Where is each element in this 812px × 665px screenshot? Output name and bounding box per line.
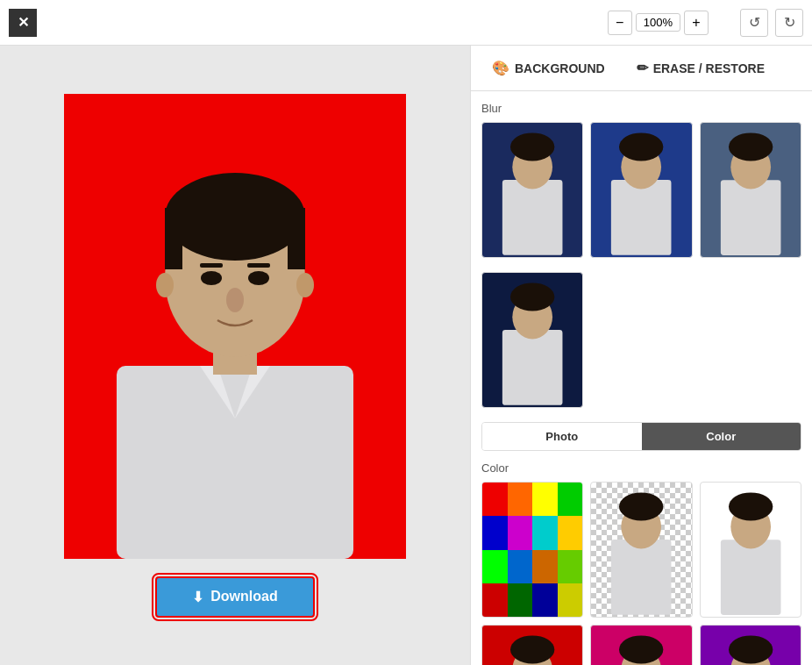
svg-point-23 [729,132,773,161]
svg-point-13 [156,273,174,297]
white-bg-thumb[interactable] [700,482,801,618]
purple-bg-thumb[interactable] [700,625,801,665]
zoom-out-button[interactable]: − [608,11,632,35]
person-svg [64,94,406,559]
blur-thumb-3[interactable] [700,122,801,258]
top-bar: ✕ − 100% + ↺ ↻ [0,0,812,46]
main-content: ⬇ Download 🎨 BACKGROUND ✏ ERASE / RESTOR… [0,46,812,665]
redo-button[interactable]: ↻ [775,9,803,37]
svg-rect-7 [288,208,305,269]
svg-rect-18 [611,180,672,255]
undo-button[interactable]: ↺ [740,9,768,37]
svg-rect-10 [200,263,223,268]
svg-point-12 [226,288,244,312]
zoom-in-button[interactable]: + [684,11,709,35]
zoom-controls: − 100% + [608,11,709,35]
undo-icon: ↺ [749,14,760,31]
svg-point-35 [510,636,554,664]
image-panel: ⬇ Download [0,46,470,665]
svg-rect-21 [721,180,781,255]
close-button[interactable]: ✕ [9,9,37,37]
svg-point-29 [619,493,663,521]
background-icon: 🎨 [492,60,509,76]
photo-color-tabs: Photo Color [481,422,801,451]
svg-point-17 [510,132,554,161]
svg-rect-11 [247,263,270,268]
redo-icon: ↻ [784,14,795,31]
right-header: 🎨 BACKGROUND ✏ ERASE / RESTORE [471,46,812,91]
color-tab-button[interactable]: Color [642,423,801,450]
red-bg-thumb[interactable] [481,625,583,665]
blur-thumb-1[interactable] [481,122,583,258]
svg-rect-6 [165,208,182,269]
download-label: Download [210,589,277,604]
blur-thumbnail-grid [481,122,801,258]
download-button[interactable]: ⬇ Download [155,576,314,618]
svg-point-26 [510,283,554,311]
blur-single-row [481,272,801,408]
erase-icon: ✏ [637,60,648,76]
svg-point-20 [619,132,663,161]
close-icon: ✕ [18,14,29,31]
pink-bg-thumb[interactable] [590,625,692,665]
image-container [64,94,406,559]
color-thumbnail-grid [481,482,801,665]
download-icon: ⬇ [192,589,203,605]
photo-tab-button[interactable]: Photo [482,423,642,450]
svg-point-32 [729,493,773,521]
svg-rect-15 [502,180,563,255]
download-btn-wrapper: ⬇ Download [155,576,314,618]
subject-image [64,94,406,559]
svg-rect-0 [117,366,353,559]
svg-point-9 [248,271,269,285]
svg-point-41 [729,636,773,664]
zoom-in-icon: + [692,15,700,31]
svg-point-38 [619,636,663,664]
tab-erase-restore-label: ERASE / RESTORE [653,61,765,75]
color-section-label: Color [481,461,801,475]
tab-background[interactable]: 🎨 BACKGROUND [485,56,612,80]
blur-thumb-4[interactable] [481,272,583,408]
svg-rect-30 [721,540,781,615]
blur-thumb-2[interactable] [590,122,692,258]
color-swatch-thumb[interactable] [481,482,583,618]
svg-point-8 [201,271,222,285]
blur-section-label: Blur [481,102,801,115]
svg-point-5 [165,173,305,261]
svg-point-14 [296,273,314,297]
svg-rect-27 [611,540,672,615]
zoom-value: 100% [636,13,680,32]
right-content: Blur [471,91,812,665]
right-panel: 🎨 BACKGROUND ✏ ERASE / RESTORE Blur [470,46,812,665]
tab-erase-restore[interactable]: ✏ ERASE / RESTORE [630,56,772,80]
tab-background-label: BACKGROUND [515,61,605,75]
transparent-thumb[interactable] [590,482,692,618]
zoom-out-icon: − [616,15,623,31]
svg-rect-24 [502,330,563,405]
